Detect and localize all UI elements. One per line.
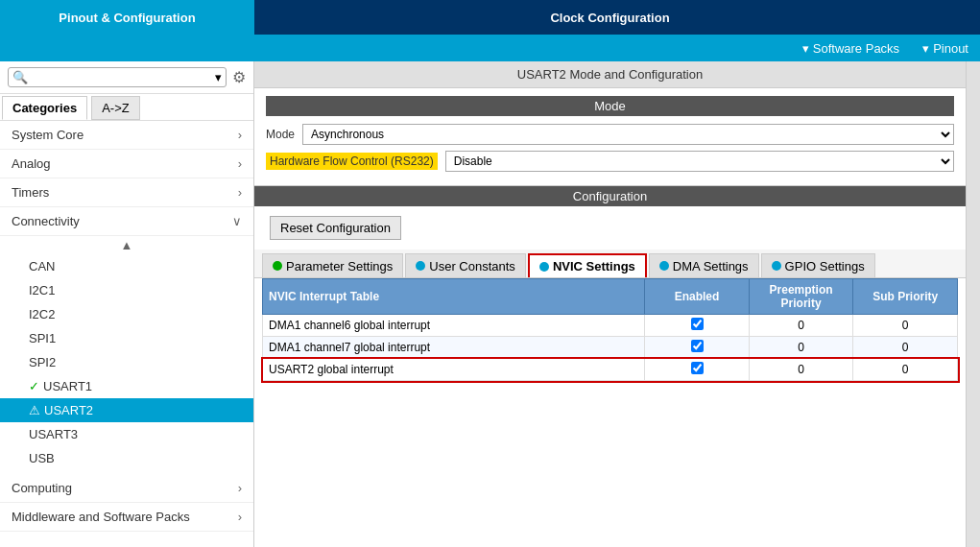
system-core-chevron-icon: › xyxy=(238,128,242,142)
pinout-btn[interactable]: ▾ Pinout xyxy=(911,35,980,61)
search-dropdown-icon[interactable]: ▾ xyxy=(215,70,222,84)
sidebar-item-can[interactable]: CAN xyxy=(0,254,253,278)
tab-categories[interactable]: Categories xyxy=(2,96,87,120)
sub-header-left xyxy=(0,35,254,61)
sidebar-item-connectivity[interactable]: Connectivity ∨ xyxy=(0,207,253,236)
parameter-settings-dot xyxy=(273,261,282,271)
header-right-spacer xyxy=(966,0,980,35)
table-row: DMA1 channel6 global interrupt00 xyxy=(263,315,958,337)
reset-btn-label: Reset Configuration xyxy=(280,221,391,235)
mode-label: Mode xyxy=(266,128,295,141)
sidebar-item-system-core[interactable]: System Core › xyxy=(0,121,253,150)
sidebar-item-computing[interactable]: Computing › xyxy=(0,474,253,503)
tab-az-label: A->Z xyxy=(102,101,130,115)
sidebar-item-usart3[interactable]: USART3 xyxy=(0,422,253,446)
nvic-sub-value: 0 xyxy=(853,315,958,337)
sidebar-item-usart2[interactable]: ⚠ USART2 xyxy=(0,398,253,422)
sidebar-search-area: 🔍 ▾ ⚙ xyxy=(0,61,253,94)
reset-config-button[interactable]: Reset Configuration xyxy=(270,216,401,240)
computing-label: Computing xyxy=(12,481,72,495)
middleware-chevron-icon: › xyxy=(238,510,242,524)
hw-flow-select[interactable]: Disable xyxy=(445,151,954,172)
user-constants-dot xyxy=(416,261,425,271)
usart1-label: USART1 xyxy=(43,379,92,393)
computing-chevron-icon: › xyxy=(238,481,242,495)
dma-settings-label: DMA Settings xyxy=(673,259,749,274)
sidebar-item-i2c1[interactable]: I2C1 xyxy=(0,278,253,302)
tab-parameter-settings[interactable]: Parameter Settings xyxy=(262,253,403,277)
nvic-settings-dot xyxy=(539,262,549,272)
software-packs-arrow-icon: ▾ xyxy=(802,41,809,56)
search-input[interactable] xyxy=(28,71,215,84)
scroll-up-button[interactable]: ▲ xyxy=(0,236,253,254)
main-layout: 🔍 ▾ ⚙ Categories A->Z System Core › Anal… xyxy=(0,61,980,547)
tab-user-constants[interactable]: User Constants xyxy=(405,253,526,277)
sidebar-item-usb[interactable]: USB xyxy=(0,446,253,470)
nvic-sub-value: 0 xyxy=(853,359,958,381)
sub-header-main: ▾ Software Packs ▾ Pinout xyxy=(254,35,980,61)
nvic-enabled-cell[interactable] xyxy=(645,315,750,337)
nvic-preemption-value: 0 xyxy=(749,359,853,381)
sidebar-tab-row: Categories A->Z xyxy=(0,94,253,121)
analog-chevron-icon: › xyxy=(238,156,242,171)
system-core-label: System Core xyxy=(12,128,84,142)
sidebar-item-spi2[interactable]: SPI2 xyxy=(0,350,253,374)
config-section-label: Configuration xyxy=(573,189,647,203)
scrollbar-right[interactable] xyxy=(966,61,980,547)
timers-label: Timers xyxy=(12,185,49,200)
table-row: DMA1 channel7 global interrupt00 xyxy=(263,337,958,359)
analog-label: Analog xyxy=(12,156,50,171)
mode-header: Mode xyxy=(266,96,954,116)
nvic-col-enabled: Enabled xyxy=(645,279,750,315)
pinout-label: Pinout & Configuration xyxy=(59,11,195,25)
i2c2-label: I2C2 xyxy=(29,307,55,321)
mode-section: Mode Mode Asynchronous Hardware Flow Con… xyxy=(254,88,966,186)
software-packs-label: Software Packs xyxy=(813,41,899,56)
sidebar-item-spi1[interactable]: SPI1 xyxy=(0,326,253,350)
gpio-settings-label: GPIO Settings xyxy=(785,259,865,274)
clock-label: Clock Configuration xyxy=(550,11,669,25)
sidebar-item-usart1[interactable]: ✓ USART1 xyxy=(0,374,253,398)
config-tabs: Parameter Settings User Constants NVIC S… xyxy=(254,250,966,278)
nvic-col-sub: Sub Priority xyxy=(853,279,958,315)
parameter-settings-label: Parameter Settings xyxy=(286,259,393,274)
content-title: USART2 Mode and Configuration xyxy=(254,61,966,88)
gear-icon[interactable]: ⚙ xyxy=(232,68,246,86)
tab-az[interactable]: A->Z xyxy=(91,96,140,120)
top-header: Pinout & Configuration Clock Configurati… xyxy=(0,0,980,35)
nvic-settings-label: NVIC Settings xyxy=(553,259,635,274)
sidebar-item-analog[interactable]: Analog › xyxy=(0,150,253,178)
software-packs-btn[interactable]: ▾ Software Packs xyxy=(791,35,911,61)
clock-config-header: Clock Configuration xyxy=(254,0,966,35)
tab-nvic-settings[interactable]: NVIC Settings xyxy=(528,253,647,277)
can-label: CAN xyxy=(29,259,55,274)
sidebar-item-timers[interactable]: Timers › xyxy=(0,178,253,207)
content-wrapper: USART2 Mode and Configuration Mode Mode … xyxy=(254,61,980,547)
nvic-table: NVIC Interrupt Table Enabled Preemption … xyxy=(262,278,958,381)
sidebar-item-i2c2[interactable]: I2C2 xyxy=(0,302,253,326)
sidebar-list: System Core › Analog › Timers › Connecti… xyxy=(0,121,253,547)
spi2-label: SPI2 xyxy=(29,355,56,369)
nvic-enabled-cell[interactable] xyxy=(645,359,750,381)
tab-dma-settings[interactable]: DMA Settings xyxy=(649,253,759,277)
mode-row: Mode Asynchronous xyxy=(266,124,954,145)
user-constants-label: User Constants xyxy=(429,259,515,274)
sub-header: ▾ Software Packs ▾ Pinout xyxy=(0,35,980,61)
tab-categories-label: Categories xyxy=(12,101,77,115)
nvic-enabled-cell[interactable] xyxy=(645,337,750,359)
config-header: Configuration xyxy=(254,186,966,206)
table-row: USART2 global interrupt00 xyxy=(263,359,958,381)
sidebar: 🔍 ▾ ⚙ Categories A->Z System Core › Anal… xyxy=(0,61,254,547)
nvic-enabled-checkbox[interactable] xyxy=(691,362,704,374)
tab-gpio-settings[interactable]: GPIO Settings xyxy=(761,253,875,277)
nvic-sub-value: 0 xyxy=(853,337,958,359)
search-box: 🔍 ▾ xyxy=(8,67,227,87)
nvic-enabled-checkbox[interactable] xyxy=(691,318,704,330)
nvic-enabled-checkbox[interactable] xyxy=(691,340,704,352)
mode-select[interactable]: Asynchronous xyxy=(302,124,954,145)
sidebar-item-middleware[interactable]: Middleware and Software Packs › xyxy=(0,503,253,532)
nvic-col-name: NVIC Interrupt Table xyxy=(263,279,645,315)
pinout-btn-label: Pinout xyxy=(933,41,968,56)
nvic-preemption-value: 0 xyxy=(749,337,853,359)
middleware-label: Middleware and Software Packs xyxy=(12,510,190,524)
